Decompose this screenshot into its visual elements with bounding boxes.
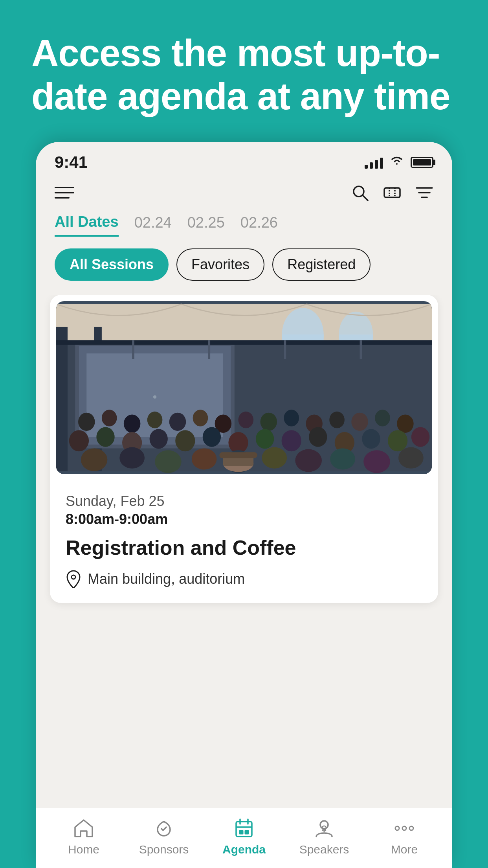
event-time: 8:00am-9:00am [66, 511, 422, 528]
tab-all-dates[interactable]: All Dates [55, 213, 119, 237]
svg-rect-23 [208, 340, 210, 359]
event-location-row: Main building, auditorium [66, 571, 422, 587]
bottom-nav: Home Sponsors Ag [36, 808, 452, 868]
search-icon[interactable] [351, 184, 369, 202]
tab-0225[interactable]: 02.25 [187, 214, 225, 236]
svg-rect-24 [284, 340, 286, 359]
more-icon [393, 818, 416, 839]
nav-sponsors-label: Sponsors [139, 843, 189, 856]
svg-point-35 [284, 410, 299, 426]
svg-point-63 [363, 450, 390, 473]
event-image: ● [56, 301, 432, 474]
nav-sponsors[interactable]: Sponsors [124, 818, 204, 856]
event-date: Sunday, Feb 25 [66, 493, 422, 509]
svg-point-78 [395, 826, 399, 830]
nav-speakers-label: Speakers [299, 843, 349, 856]
event-details: Sunday, Feb 25 8:00am-9:00am Registratio… [50, 480, 438, 603]
date-tabs: All Dates 02.24 02.25 02.26 [36, 213, 452, 248]
speakers-icon [312, 818, 336, 839]
svg-point-26 [78, 413, 95, 431]
svg-point-29 [147, 412, 163, 428]
ticket-icon[interactable] [383, 184, 401, 202]
svg-point-44 [150, 429, 168, 449]
status-bar: 9:41 [36, 142, 452, 176]
pill-favorites[interactable]: Favorites [176, 248, 264, 281]
nav-agenda-label: Agenda [222, 843, 266, 856]
svg-point-42 [96, 427, 114, 447]
nav-home-label: Home [68, 843, 99, 856]
svg-point-57 [155, 450, 182, 473]
hero-section: Access the most up-to-date agenda at any… [0, 0, 488, 142]
svg-point-37 [329, 412, 345, 428]
nav-more-label: More [391, 843, 418, 856]
agenda-icon [232, 818, 256, 839]
pill-all-sessions[interactable]: All Sessions [55, 248, 169, 281]
filter-pills: All Sessions Favorites Registered [36, 248, 452, 295]
battery-icon [411, 157, 433, 168]
home-icon [72, 818, 95, 839]
svg-point-61 [295, 449, 322, 472]
svg-point-45 [175, 430, 195, 451]
event-title: Registration and Coffee [66, 535, 422, 560]
tab-0224[interactable]: 02.24 [134, 214, 172, 236]
hero-title: Access the most up-to-date agenda at any… [31, 31, 457, 118]
hamburger-button[interactable] [55, 187, 74, 199]
filter-icon[interactable] [415, 186, 433, 200]
svg-point-46 [203, 427, 221, 447]
svg-rect-2 [384, 188, 400, 197]
svg-point-62 [330, 448, 355, 469]
svg-point-31 [193, 410, 208, 426]
pill-registered[interactable]: Registered [272, 248, 371, 281]
svg-rect-21 [56, 340, 432, 345]
svg-point-60 [262, 447, 287, 468]
svg-line-1 [363, 195, 368, 200]
location-pin-icon [66, 571, 81, 587]
nav-more[interactable]: More [364, 818, 444, 856]
svg-point-40 [397, 414, 413, 432]
sponsors-icon [152, 818, 176, 839]
svg-point-58 [192, 448, 217, 469]
svg-point-27 [102, 410, 117, 426]
svg-point-41 [69, 430, 89, 451]
app-header [36, 176, 452, 213]
svg-point-49 [282, 430, 301, 451]
svg-point-79 [402, 826, 406, 830]
event-location-text: Main building, auditorium [88, 571, 245, 587]
svg-point-39 [375, 410, 390, 426]
svg-point-56 [119, 447, 145, 468]
event-card[interactable]: ● [50, 295, 438, 603]
svg-point-28 [124, 414, 140, 432]
svg-rect-73 [239, 830, 243, 834]
svg-point-48 [256, 429, 274, 449]
nav-home[interactable]: Home [44, 818, 124, 856]
svg-point-30 [169, 413, 186, 431]
svg-point-68 [72, 575, 75, 579]
nav-speakers[interactable]: Speakers [284, 818, 364, 856]
svg-point-75 [320, 821, 328, 829]
nav-agenda[interactable]: Agenda [204, 818, 284, 856]
svg-rect-69 [236, 822, 252, 837]
svg-point-47 [228, 432, 248, 453]
svg-rect-22 [132, 340, 134, 359]
svg-rect-67 [219, 452, 257, 458]
tab-0226[interactable]: 02.26 [240, 214, 278, 236]
status-time: 9:41 [55, 153, 88, 172]
svg-rect-15 [56, 327, 68, 471]
svg-point-64 [398, 447, 424, 468]
status-icons [365, 155, 433, 169]
svg-point-55 [81, 448, 108, 471]
svg-point-33 [238, 412, 254, 428]
wifi-icon [389, 155, 404, 169]
svg-rect-25 [360, 340, 362, 359]
svg-point-50 [309, 427, 327, 447]
svg-text:●: ● [152, 392, 157, 401]
phone-frame: 9:41 [36, 142, 452, 868]
svg-point-38 [351, 413, 368, 431]
content-area: ● [36, 295, 452, 808]
svg-rect-74 [245, 830, 249, 834]
svg-point-52 [362, 429, 380, 449]
svg-point-54 [411, 427, 429, 447]
svg-point-53 [388, 430, 407, 451]
svg-point-80 [409, 826, 413, 830]
header-actions [351, 184, 433, 202]
